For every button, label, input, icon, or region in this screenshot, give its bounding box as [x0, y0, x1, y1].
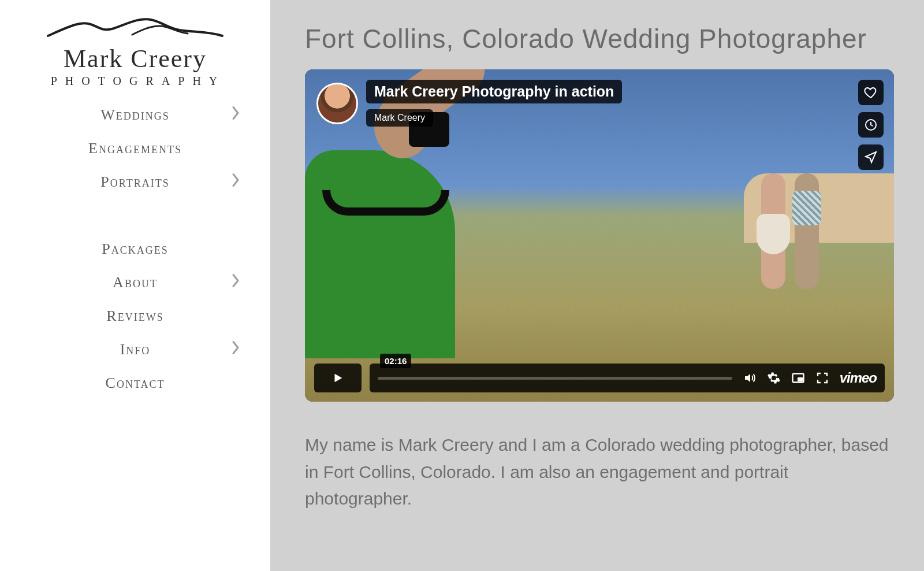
play-icon	[331, 372, 344, 384]
nav-item-engagements[interactable]: Engagements	[0, 132, 270, 165]
intro-paragraph: My name is Mark Creery and I am a Colora…	[305, 432, 894, 513]
video-controls: 02:16 vimeo	[314, 364, 885, 392]
nav-item-contact[interactable]: Contact	[0, 366, 270, 400]
volume-icon	[743, 371, 757, 385]
chevron-right-icon	[231, 105, 240, 125]
primary-nav: Weddings Engagements Portraits Packages …	[0, 98, 270, 400]
page-title: Fort Collins, Colorado Wedding Photograp…	[305, 21, 889, 57]
share-button[interactable]	[858, 144, 884, 170]
nav-label: Reviews	[106, 307, 163, 325]
svg-rect-2	[798, 377, 803, 381]
nav-label: About	[113, 274, 158, 291]
chevron-right-icon	[231, 340, 240, 360]
mountain-icon	[46, 16, 225, 39]
nav-label: Engagements	[88, 140, 182, 157]
progress-track[interactable]: 02:16	[378, 377, 732, 380]
volume-button[interactable]	[743, 371, 757, 385]
video-title[interactable]: Mark Creery Photography in action	[366, 80, 622, 103]
author-avatar[interactable]	[316, 83, 358, 124]
duration-tooltip: 02:16	[380, 354, 411, 368]
nav-label: Weddings	[100, 106, 170, 124]
sidebar: Mark Creery PHOTOGRAPHY Weddings Engagem…	[0, 0, 270, 571]
nav-item-packages[interactable]: Packages	[0, 232, 270, 266]
nav-item-reviews[interactable]: Reviews	[0, 299, 270, 333]
video-author[interactable]: Mark Creery	[366, 109, 433, 127]
watch-later-button[interactable]	[858, 112, 884, 138]
brand-line2: PHOTOGRAPHY	[0, 75, 270, 88]
gear-icon	[767, 371, 781, 385]
main-content: Fort Collins, Colorado Wedding Photograp…	[270, 0, 924, 571]
settings-button[interactable]	[767, 371, 781, 385]
heart-icon	[864, 86, 878, 99]
pip-icon	[791, 371, 805, 385]
chevron-right-icon	[231, 273, 240, 293]
nav-label: Contact	[106, 375, 165, 392]
play-button[interactable]	[314, 364, 362, 392]
paper-plane-icon	[864, 150, 878, 164]
clock-icon	[864, 118, 878, 132]
nav-item-info[interactable]: Info	[0, 333, 270, 366]
video-player[interactable]: Mark Creery Photography in action Mark C…	[305, 69, 894, 402]
video-side-actions	[858, 80, 884, 170]
video-header: Mark Creery Photography in action Mark C…	[316, 80, 622, 127]
nav-label: Portraits	[100, 173, 169, 191]
nav-label: Info	[120, 341, 151, 358]
nav-item-portraits[interactable]: Portraits	[0, 165, 270, 199]
brand-logo[interactable]: Mark Creery PHOTOGRAPHY	[0, 16, 270, 88]
chevron-right-icon	[231, 172, 240, 192]
nav-divider	[0, 199, 270, 232]
provider-logo[interactable]: vimeo	[840, 370, 877, 386]
nav-item-weddings[interactable]: Weddings	[0, 98, 270, 132]
nav-label: Packages	[102, 240, 168, 258]
nav-item-about[interactable]: About	[0, 266, 270, 299]
brand-line1: Mark Creery	[0, 44, 270, 73]
fullscreen-icon	[815, 371, 829, 385]
fullscreen-button[interactable]	[815, 371, 829, 385]
pip-button[interactable]	[791, 371, 805, 385]
like-button[interactable]	[858, 80, 884, 105]
controls-bar: 02:16 vimeo	[370, 364, 885, 392]
